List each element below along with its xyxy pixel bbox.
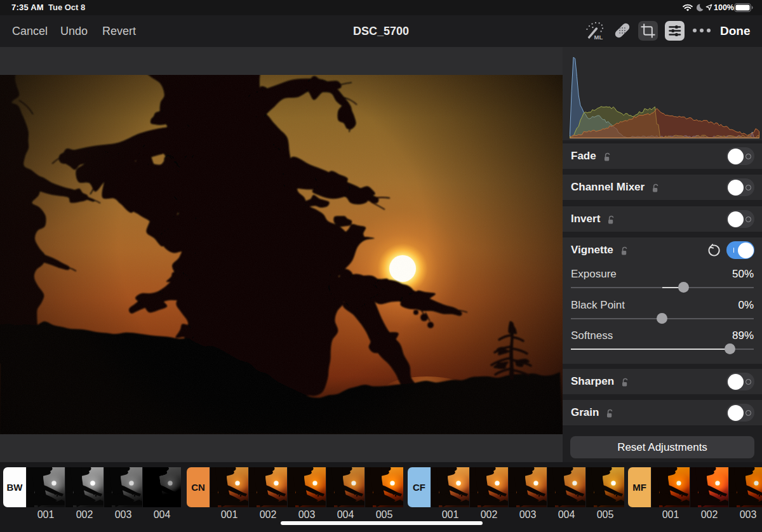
svg-text:ML: ML	[594, 34, 603, 40]
